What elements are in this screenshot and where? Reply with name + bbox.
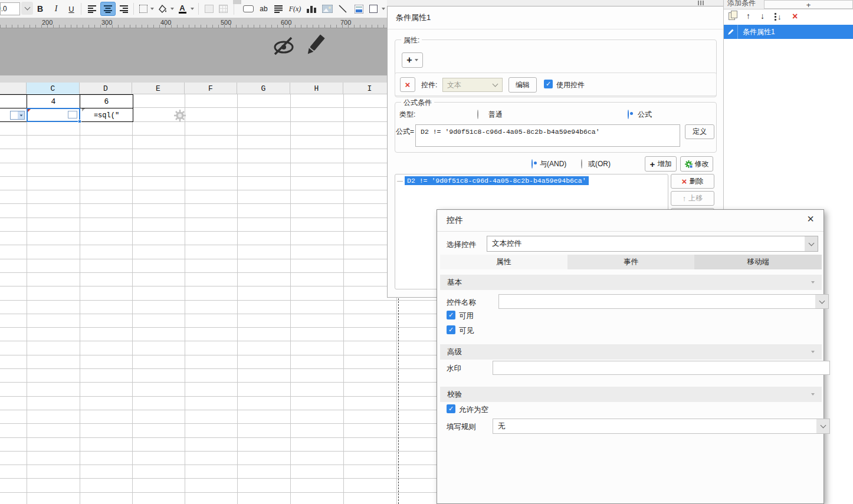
define-button[interactable]: 定义 xyxy=(685,124,714,139)
column-header-D[interactable]: D xyxy=(80,83,132,94)
move-up-icon[interactable]: ↑ xyxy=(746,11,750,21)
condition-item-text: D2 != '9d0f51c8-c96d-4a05-8c2b-b4a59e94b… xyxy=(405,176,589,185)
underline-button[interactable]: U xyxy=(65,2,78,16)
widget-tabs: 属性 事件 移动端 xyxy=(440,255,822,269)
align-left-button[interactable] xyxy=(85,2,99,16)
font-color-dropdown-icon[interactable] xyxy=(189,2,196,16)
section-advanced[interactable]: 高级 xyxy=(440,344,822,360)
panel-plus-tab[interactable]: + xyxy=(764,0,853,9)
font-size-dropdown-icon[interactable] xyxy=(21,2,33,15)
fill-color-icon xyxy=(158,5,167,13)
ruler-tick: 600 xyxy=(281,19,291,26)
merge-cell-button[interactable] xyxy=(202,2,216,16)
insert-text-button[interactable]: ab xyxy=(257,2,270,16)
type-normal-label: 普通 xyxy=(488,110,503,120)
section-basic[interactable]: 基本 xyxy=(440,275,822,290)
fill-rule-dropdown[interactable]: 无 xyxy=(493,419,830,434)
and-radio[interactable] xyxy=(532,159,533,169)
insert-widget-button[interactable] xyxy=(241,2,256,16)
bold-button[interactable]: B xyxy=(33,2,47,16)
remove-widget-button[interactable]: × xyxy=(400,77,415,92)
column-header-E[interactable]: E xyxy=(132,83,185,94)
panel-selected-item[interactable]: 条件属性1 xyxy=(724,25,853,39)
allow-empty-checkbox[interactable] xyxy=(447,404,455,413)
cell-d1[interactable]: 6 xyxy=(80,95,133,108)
shape-dropdown-icon[interactable] xyxy=(380,2,387,16)
move-up-button[interactable]: ↑上移 xyxy=(671,191,714,206)
select-chevron-icon xyxy=(493,81,498,87)
column-header-H[interactable]: H xyxy=(290,83,343,94)
selected-cell[interactable] xyxy=(27,108,80,122)
column-headers: C D E F G H I xyxy=(0,83,437,94)
add-attribute-button[interactable]: + xyxy=(402,52,423,68)
insert-report-block-button[interactable] xyxy=(352,2,366,16)
column-header-G[interactable]: G xyxy=(237,83,290,94)
use-widget-checkbox[interactable] xyxy=(544,80,553,88)
select-widget-dropdown[interactable]: 文本控件 xyxy=(487,236,818,252)
close-icon[interactable]: × xyxy=(807,212,814,226)
edit-pencil-cell[interactable] xyxy=(724,25,738,39)
formula-input[interactable]: D2 != '9d0f51c8-c96d-4a05-8c2b-b4a59e94b… xyxy=(415,124,680,147)
watermark-input[interactable] xyxy=(493,361,830,375)
type-normal-radio[interactable] xyxy=(477,110,478,119)
fill-rule-label: 填写规则 xyxy=(447,422,476,432)
widget-type-select[interactable]: 文本 xyxy=(442,78,503,92)
text-field-icon xyxy=(243,5,254,12)
enabled-label: 可用 xyxy=(459,311,474,321)
insert-image-button[interactable] xyxy=(320,2,335,16)
dropdown-chevron-icon xyxy=(805,236,818,251)
align-right-button[interactable] xyxy=(117,2,131,16)
copy-condition-button[interactable] xyxy=(729,12,735,20)
tab-events[interactable]: 事件 xyxy=(567,255,695,269)
delete-item-icon[interactable]: × xyxy=(792,11,798,22)
align-center-button[interactable] xyxy=(100,2,116,16)
column-header-F[interactable]: F xyxy=(185,83,237,94)
insert-formula-button[interactable]: F(x) xyxy=(287,2,303,16)
cell-c1[interactable]: 4 xyxy=(27,95,80,108)
cell-d2[interactable]: =sql(" xyxy=(80,108,133,122)
edit-header-button[interactable] xyxy=(303,32,327,58)
cell-resize-handle[interactable] xyxy=(78,120,81,123)
rich-text-button[interactable] xyxy=(271,2,286,16)
border-dropdown-icon[interactable] xyxy=(149,2,156,16)
border-style-button[interactable] xyxy=(137,2,150,16)
move-down-icon[interactable]: ↓ xyxy=(760,11,765,21)
tab-attributes[interactable]: 属性 xyxy=(440,255,567,269)
font-size-input[interactable]: 9.0 xyxy=(0,2,20,15)
grip-dots-icon[interactable] xyxy=(698,1,706,5)
insert-shape-button[interactable] xyxy=(367,2,380,16)
widget-name-dropdown[interactable] xyxy=(498,294,829,309)
panel-tab-add-condition[interactable]: 添加条件 xyxy=(727,0,756,8)
insert-line-button[interactable] xyxy=(336,2,349,16)
edit-widget-button[interactable]: 编辑 xyxy=(508,77,537,93)
section-validation[interactable]: 校验 xyxy=(440,387,822,402)
modify-condition-button[interactable]: 修改 xyxy=(680,156,713,172)
tab-mobile[interactable]: 移动端 xyxy=(694,255,822,269)
fill-color-dropdown-icon[interactable] xyxy=(169,2,176,16)
hide-preview-button[interactable] xyxy=(271,34,296,58)
use-widget-label: 使用控件 xyxy=(556,80,585,90)
or-radio[interactable] xyxy=(581,159,582,169)
paragraph-lines-icon xyxy=(274,5,283,13)
merge-cell-icon xyxy=(205,5,214,13)
enabled-checkbox[interactable] xyxy=(447,311,455,319)
condition-list-item[interactable]: — D2 != '9d0f51c8-c96d-4a05-8c2b-b4a59e9… xyxy=(395,176,668,185)
visible-checkbox[interactable] xyxy=(447,325,455,334)
fill-color-button[interactable] xyxy=(156,2,169,16)
column-header-partial[interactable] xyxy=(0,83,27,94)
column-header-C[interactable]: C xyxy=(27,83,80,94)
delete-condition-button[interactable]: ×删除 xyxy=(671,174,714,189)
align-right-icon xyxy=(120,5,129,13)
image-icon xyxy=(322,5,333,13)
font-color-button[interactable]: A xyxy=(176,2,189,16)
combobox-widget-icon[interactable] xyxy=(10,111,25,120)
italic-button[interactable]: I xyxy=(50,2,63,16)
visible-label: 可见 xyxy=(459,326,474,336)
widget-name-label: 控件名称 xyxy=(447,298,476,308)
sort-button[interactable]: ↓ xyxy=(775,12,782,21)
add-condition-button[interactable]: +增加 xyxy=(645,156,677,172)
insert-chart-button[interactable] xyxy=(304,2,319,16)
ruler-tick: 200 xyxy=(42,19,53,26)
type-formula-radio[interactable] xyxy=(628,110,629,119)
unmerge-cell-button[interactable] xyxy=(216,2,230,16)
